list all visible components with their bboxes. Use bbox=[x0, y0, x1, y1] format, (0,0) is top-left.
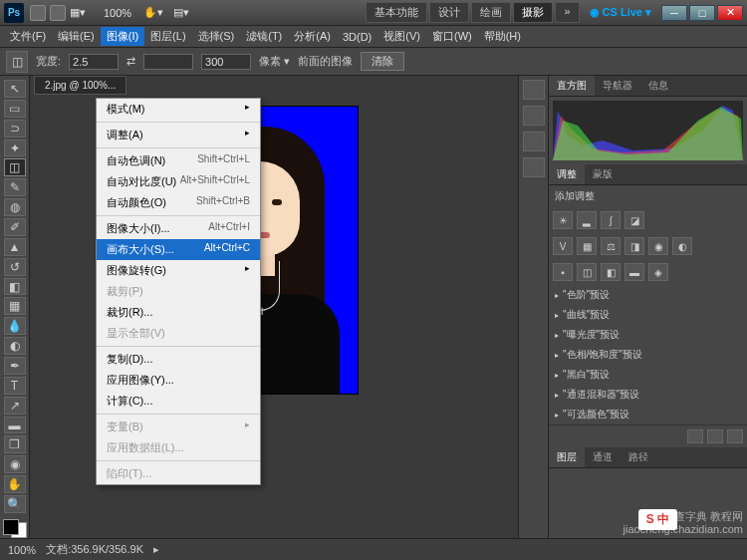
panel-icon-4[interactable] bbox=[523, 157, 545, 177]
blur-tool[interactable]: 💧 bbox=[4, 317, 26, 335]
tab-navigator[interactable]: 导航器 bbox=[595, 76, 640, 96]
threshold-icon[interactable]: ◧ bbox=[601, 263, 621, 281]
tab-adjustments[interactable]: 调整 bbox=[549, 164, 585, 184]
hand-icon[interactable]: ✋▾ bbox=[143, 6, 163, 19]
shape-tool[interactable]: ▬ bbox=[4, 417, 26, 434]
preset-bw[interactable]: "黑白"预设 bbox=[549, 365, 747, 385]
trash-icon[interactable] bbox=[727, 429, 743, 443]
menu-item-S[interactable]: 画布大小(S)...Alt+Ctrl+C bbox=[97, 239, 260, 260]
menu-edit[interactable]: 编辑(E) bbox=[52, 27, 101, 46]
expand-icon[interactable] bbox=[687, 429, 703, 443]
menu-item-D[interactable]: 复制(D)... bbox=[97, 349, 260, 370]
menu-image[interactable]: 图像(I) bbox=[101, 27, 144, 46]
pen-tool[interactable]: ✒ bbox=[4, 357, 26, 375]
exposure-icon[interactable]: ◪ bbox=[624, 211, 644, 229]
panel-icon-3[interactable] bbox=[523, 132, 545, 151]
height-input[interactable] bbox=[143, 54, 193, 70]
crop-tool-indicator[interactable]: ◫ bbox=[6, 51, 28, 73]
minibridge-icon[interactable] bbox=[50, 5, 66, 21]
path-tool[interactable]: ↗ bbox=[4, 397, 26, 415]
tab-layers[interactable]: 图层 bbox=[549, 447, 585, 467]
panel-icon-1[interactable] bbox=[523, 80, 545, 100]
maximize-button[interactable]: □ bbox=[689, 5, 715, 21]
wand-tool[interactable]: ✦ bbox=[4, 140, 26, 157]
vibrance-icon[interactable]: V bbox=[553, 237, 573, 255]
mixer-icon[interactable]: ◐ bbox=[672, 237, 692, 255]
gradient-tool[interactable]: ▦ bbox=[4, 297, 26, 315]
3d-tool[interactable]: ❒ bbox=[4, 435, 26, 453]
tab-histogram[interactable]: 直方图 bbox=[549, 76, 595, 96]
menu-file[interactable]: 文件(F) bbox=[4, 27, 52, 46]
menu-help[interactable]: 帮助(H) bbox=[478, 27, 527, 46]
move-tool[interactable]: ↖ bbox=[4, 80, 26, 98]
tab-paths[interactable]: 路径 bbox=[621, 447, 656, 467]
clip-icon[interactable] bbox=[707, 429, 723, 443]
panel-icon-2[interactable] bbox=[523, 106, 545, 126]
arrange-icon[interactable]: ▤▾ bbox=[173, 6, 189, 19]
hand-tool[interactable]: ✋ bbox=[4, 475, 26, 493]
preset-exposure[interactable]: "曝光度"预设 bbox=[549, 325, 747, 345]
posterize-icon[interactable]: ◫ bbox=[577, 263, 597, 281]
tab-basic[interactable]: 基本功能 bbox=[366, 2, 427, 23]
bw-icon[interactable]: ◨ bbox=[624, 237, 644, 255]
photo-filter-icon[interactable]: ◉ bbox=[648, 237, 668, 255]
menu-item-R[interactable]: 裁切(R)... bbox=[97, 302, 260, 323]
menu-item-U[interactable]: 自动对比度(U)Alt+Shift+Ctrl+L bbox=[97, 171, 260, 192]
menu-item-I[interactable]: 图像大小(I)...Alt+Ctrl+I bbox=[97, 218, 260, 239]
width-input[interactable] bbox=[69, 54, 119, 70]
curves-icon[interactable]: ∫ bbox=[601, 211, 621, 229]
menu-3d[interactable]: 3D(D) bbox=[337, 29, 377, 45]
hue-icon[interactable]: ▦ bbox=[577, 237, 597, 255]
menu-item-C[interactable]: 计算(C)... bbox=[97, 391, 260, 412]
tab-masks[interactable]: 蒙版 bbox=[585, 164, 621, 184]
camera-tool[interactable]: ◉ bbox=[4, 455, 26, 473]
heal-tool[interactable]: ◍ bbox=[4, 198, 26, 216]
menu-item-A[interactable]: 调整(A) bbox=[97, 125, 260, 145]
minimize-button[interactable]: ─ bbox=[661, 5, 687, 21]
type-tool[interactable]: T bbox=[4, 377, 26, 395]
menu-item-N[interactable]: 自动色调(N)Shift+Ctrl+L bbox=[97, 150, 260, 171]
cslive-button[interactable]: ◉ CS Live ▾ bbox=[590, 6, 651, 19]
menu-item-G[interactable]: 图像旋转(G) bbox=[97, 260, 260, 281]
bridge-icon[interactable] bbox=[30, 5, 46, 21]
status-zoom[interactable]: 100% bbox=[8, 544, 36, 556]
front-image-button[interactable]: 前面的图像 bbox=[298, 54, 353, 69]
preset-levels[interactable]: "色阶"预设 bbox=[549, 285, 747, 305]
menu-view[interactable]: 视图(V) bbox=[377, 27, 426, 46]
marquee-tool[interactable]: ▭ bbox=[4, 100, 26, 118]
lasso-tool[interactable]: ⊃ bbox=[4, 120, 26, 138]
gradient-map-icon[interactable]: ▬ bbox=[624, 263, 644, 281]
zoom-tool[interactable]: 🔍 bbox=[4, 495, 26, 513]
tab-paint[interactable]: 绘画 bbox=[471, 2, 511, 23]
document-tab[interactable]: 2.jpg @ 100%... bbox=[34, 76, 126, 95]
close-button[interactable]: ✕ bbox=[717, 5, 743, 21]
tab-channels[interactable]: 通道 bbox=[585, 447, 621, 467]
levels-icon[interactable]: ▂ bbox=[577, 211, 597, 229]
unit-select[interactable]: 像素 ▾ bbox=[259, 54, 290, 69]
menu-item-O[interactable]: 自动颜色(O)Shift+Ctrl+B bbox=[97, 192, 260, 213]
tab-photo[interactable]: 摄影 bbox=[513, 2, 553, 23]
invert-icon[interactable]: ▪ bbox=[553, 263, 573, 281]
crop-tool[interactable]: ◫ bbox=[4, 158, 26, 176]
menu-item-M[interactable]: 模式(M) bbox=[97, 99, 260, 120]
clear-button[interactable]: 清除 bbox=[361, 52, 404, 71]
status-arrow-icon[interactable]: ▸ bbox=[153, 543, 159, 556]
tab-design[interactable]: 设计 bbox=[429, 2, 469, 23]
balance-icon[interactable]: ⚖ bbox=[601, 237, 621, 255]
preset-mixer[interactable]: "通道混和器"预设 bbox=[549, 385, 747, 405]
history-brush-tool[interactable]: ↺ bbox=[4, 258, 26, 276]
swap-icon[interactable]: ⇄ bbox=[126, 55, 135, 68]
menu-window[interactable]: 窗口(W) bbox=[426, 27, 478, 46]
zoom-pct[interactable]: 100% bbox=[104, 7, 131, 19]
eyedropper-tool[interactable]: ✎ bbox=[4, 178, 26, 196]
menu-select[interactable]: 选择(S) bbox=[192, 27, 241, 46]
eraser-tool[interactable]: ◧ bbox=[4, 278, 26, 296]
screen-mode-icon[interactable]: ▦▾ bbox=[70, 6, 86, 19]
brightness-icon[interactable]: ☀ bbox=[553, 211, 573, 229]
preset-hsl[interactable]: "色相/饱和度"预设 bbox=[549, 345, 747, 365]
menu-item-Y[interactable]: 应用图像(Y)... bbox=[97, 370, 260, 391]
tab-more[interactable]: » bbox=[555, 2, 579, 23]
menu-filter[interactable]: 滤镜(T) bbox=[240, 27, 288, 46]
menu-analysis[interactable]: 分析(A) bbox=[288, 27, 337, 46]
preset-selective[interactable]: "可选颜色"预设 bbox=[549, 405, 747, 424]
